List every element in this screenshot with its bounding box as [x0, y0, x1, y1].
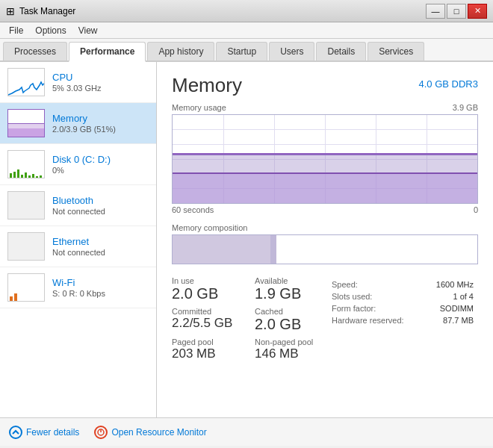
bluetooth-sub: Not connected: [52, 207, 149, 216]
svg-rect-8: [40, 175, 42, 178]
menu-options[interactable]: Options: [29, 24, 72, 37]
cpu-sub: 5% 3.03 GHz: [52, 84, 149, 93]
disk-label: Disk 0 (C: D:): [52, 154, 149, 165]
wifi-thumb: [7, 273, 45, 302]
memory-sub: 2.0/3.9 GB (51%): [52, 125, 149, 134]
disk-thumb: [7, 150, 45, 178]
cpu-thumb: [7, 68, 45, 96]
sidebar-item-ethernet[interactable]: Ethernet Not connected: [0, 226, 156, 267]
mem-bar-inner: [173, 172, 477, 203]
wifi-info: Wi-Fi S: 0 R: 0 Kbps: [52, 277, 149, 298]
svg-rect-3: [21, 175, 23, 178]
memory-thumb: [7, 109, 45, 137]
disk-info: Disk 0 (C: D:) 0%: [52, 154, 149, 175]
sidebar-item-wifi[interactable]: Wi-Fi S: 0 R: 0 Kbps: [0, 267, 156, 308]
sidebar: CPU 5% 3.03 GHz Memory 2.0/3.9 GB (51%): [0, 62, 157, 417]
resource-monitor-label: Open Resource Monitor: [111, 427, 206, 438]
app-icon: ⊞: [6, 5, 15, 17]
graph-label-row: Memory usage 3.9 GB: [172, 103, 478, 112]
svg-rect-9: [10, 296, 13, 301]
fewer-details-icon: [9, 426, 22, 439]
graph-usage-max: 3.9 GB: [453, 103, 478, 112]
composition-bar: [172, 234, 478, 264]
tab-services[interactable]: Services: [368, 42, 424, 60]
detail-header: Memory 4.0 GB DDR3: [172, 74, 478, 97]
stat-speed-row: Speed: 1600 MHz: [330, 279, 477, 290]
svg-rect-6: [32, 174, 34, 178]
wifi-label: Wi-Fi: [52, 277, 149, 288]
wifi-sub: S: 0 R: 0 Kbps: [52, 289, 149, 298]
resource-monitor-icon: [94, 426, 108, 439]
stat-hwres-label: Hardware reserved:: [330, 315, 424, 326]
memory-info: Memory 2.0/3.9 GB (51%): [52, 113, 149, 134]
title-bar: ⊞ Task Manager — □ ✕: [0, 0, 493, 22]
sidebar-item-cpu[interactable]: CPU 5% 3.03 GHz: [0, 62, 156, 103]
tab-startup[interactable]: Startup: [216, 42, 267, 60]
composition-label: Memory composition: [172, 223, 478, 232]
menu-view[interactable]: View: [72, 24, 104, 37]
disk-sub: 0%: [52, 166, 149, 175]
right-stats-table: Speed: 1600 MHz Slots used: 1 of 4 Form …: [329, 278, 478, 327]
stat-committed-value: 2.2/5.5 GB: [172, 316, 246, 331]
stat-available-value: 1.9 GB: [255, 285, 329, 302]
graph-time-left: 60 seconds: [172, 205, 214, 214]
stat-committed: Committed 2.2/5.5 GB: [172, 307, 246, 333]
stats-lower: In use 2.0 GB Available 1.9 GB Committed…: [172, 276, 478, 361]
maximize-button[interactable]: □: [447, 4, 466, 19]
window-controls: — □ ✕: [426, 4, 487, 19]
stat-cached-label: Cached: [255, 307, 329, 316]
bluetooth-info: Bluetooth Not connected: [52, 195, 149, 216]
svg-rect-4: [25, 172, 27, 178]
menu-bar: File Options View: [0, 22, 493, 39]
stat-in-use-value: 2.0 GB: [172, 285, 246, 302]
composition-section: Memory composition: [172, 223, 478, 264]
sidebar-item-memory[interactable]: Memory 2.0/3.9 GB (51%): [0, 103, 156, 144]
cpu-info: CPU 5% 3.03 GHz: [52, 72, 149, 93]
tab-users[interactable]: Users: [269, 42, 314, 60]
tab-performance[interactable]: Performance: [69, 42, 146, 62]
cpu-label: CPU: [52, 72, 149, 83]
stat-form-row: Form factor: SODIMM: [330, 303, 477, 314]
resource-monitor-link[interactable]: Open Resource Monitor: [94, 426, 206, 439]
stat-available: Available 1.9 GB: [255, 276, 329, 302]
main-content: CPU 5% 3.03 GHz Memory 2.0/3.9 GB (51%): [0, 62, 493, 417]
tab-details[interactable]: Details: [316, 42, 366, 60]
menu-file[interactable]: File: [3, 24, 29, 37]
stat-cached: Cached 2.0 GB: [255, 307, 329, 333]
stat-paged: Paged pool 203 MB: [172, 337, 246, 361]
tab-apphistory[interactable]: App history: [147, 42, 214, 60]
comp-in-use: [173, 235, 270, 264]
minimize-button[interactable]: —: [426, 4, 445, 19]
memory-label: Memory: [52, 113, 149, 124]
bluetooth-thumb: [7, 191, 45, 220]
svg-rect-2: [17, 169, 19, 178]
svg-rect-10: [14, 293, 17, 301]
stat-in-use: In use 2.0 GB: [172, 276, 246, 302]
stat-slots-value: 1 of 4: [425, 291, 477, 302]
graph-usage-label: Memory usage: [172, 103, 226, 112]
title-bar-title: Task Manager: [19, 6, 75, 16]
stat-paged-value: 203 MB: [172, 346, 246, 361]
graph-time-right: 0: [474, 205, 478, 214]
stat-nonpaged: Non-paged pool 146 MB: [255, 337, 329, 361]
memory-usage-graph-section: Memory usage 3.9 GB: [172, 103, 478, 214]
tab-processes[interactable]: Processes: [3, 42, 67, 60]
stat-form-value: SODIMM: [425, 303, 477, 314]
stat-form-label: Form factor:: [330, 303, 424, 314]
stat-committed-label: Committed: [172, 307, 246, 316]
detail-subtitle: 4.0 GB DDR3: [419, 78, 478, 90]
svg-rect-5: [28, 175, 31, 178]
sidebar-item-disk[interactable]: Disk 0 (C: D:) 0%: [0, 144, 156, 185]
stat-slots-row: Slots used: 1 of 4: [330, 291, 477, 302]
stat-available-label: Available: [255, 276, 329, 285]
close-button[interactable]: ✕: [468, 4, 487, 19]
stats-col-left: In use 2.0 GB Available 1.9 GB Committed…: [172, 276, 329, 361]
stat-hwres-value: 87.7 MB: [425, 315, 477, 326]
sidebar-item-bluetooth[interactable]: Bluetooth Not connected: [0, 185, 156, 226]
stat-paged-label: Paged pool: [172, 337, 246, 346]
stat-speed-label: Speed:: [330, 279, 424, 290]
fewer-details-link[interactable]: Fewer details: [9, 426, 79, 439]
mem-usage-line: [173, 153, 477, 155]
bluetooth-label: Bluetooth: [52, 195, 149, 206]
ethernet-label: Ethernet: [52, 236, 149, 247]
